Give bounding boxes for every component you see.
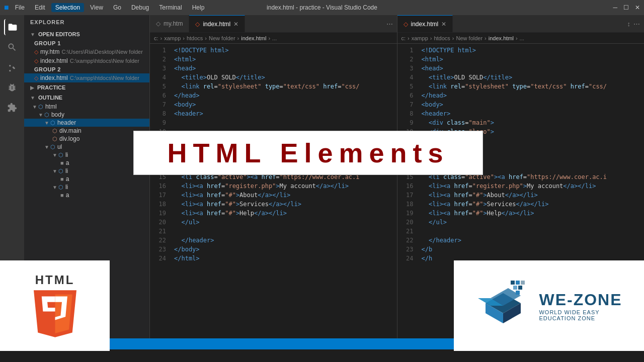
tab-close-left[interactable]: ✕ (233, 21, 238, 28)
menu-selection[interactable]: Selection (51, 3, 84, 12)
tab-close-right[interactable]: ✕ (441, 21, 446, 28)
sync-icon[interactable]: ↻ (635, 341, 640, 347)
file-index-html-g1-path: C:\xampp\htdocs\New folder (70, 58, 139, 64)
right-line-num-4: 4 (397, 73, 414, 82)
outline-section[interactable]: ▼ OUTLINE (24, 93, 149, 103)
index-html-tab-icon: ◇ (195, 21, 200, 28)
outline-li-1-label: li (65, 151, 68, 158)
activity-source-control[interactable] (4, 59, 20, 75)
right-code-line-3: <head> (422, 64, 615, 73)
outline-a-3[interactable]: ■ a (24, 191, 149, 199)
bell-icon[interactable]: 🔔 (622, 341, 629, 347)
outline-html[interactable]: ▼ ⬡ html (24, 103, 149, 111)
activity-debug[interactable] (4, 79, 20, 96)
outline-a-2[interactable]: ■ a (24, 175, 149, 183)
encoding[interactable]: UTF-8 (559, 341, 575, 347)
code-line-19: <li><a href="#">Help</a></li> (174, 209, 368, 218)
right-code-line-21 (422, 227, 615, 236)
app-icon: ■ (4, 3, 9, 12)
line-num-8: 8 (150, 109, 166, 118)
file-index-html-g1[interactable]: ◇ index.html C:\xampp\htdocs\New folder (24, 56, 149, 65)
git-branch-icon[interactable]: ⎇ (4, 340, 12, 348)
code-line-21 (174, 227, 368, 236)
file-my-htm-label: my.htm (40, 48, 59, 55)
right-breadcrumb-index: index.html (489, 35, 514, 41)
practice-section[interactable]: ▶ PRACTICE (24, 82, 149, 93)
right-code-line-22: </header> (422, 236, 615, 245)
outline-header[interactable]: ▼ ⬡ header (24, 119, 149, 127)
cursor-position[interactable]: Ln 1, Col 1 (496, 341, 522, 347)
line-num-4: 4 (150, 73, 166, 82)
outline-li-3[interactable]: ▼ ⬡ li (24, 183, 149, 191)
outline-a-1[interactable]: ■ a (24, 159, 149, 167)
outline-ul[interactable]: ▼ ⬡ ul (24, 143, 149, 151)
file-index-html-g2[interactable]: ◇ index.html C:\xampp\htdocs\New folder (24, 73, 149, 82)
activity-settings[interactable] (4, 318, 20, 334)
menu-edit[interactable]: Edit (31, 3, 49, 12)
maximize-button[interactable]: ☐ (623, 4, 629, 11)
open-editors-section[interactable]: ▼ OPEN EDITORS (24, 29, 149, 39)
right-code-line-11 (422, 136, 615, 145)
right-editor-pane: ◇ index.html ✕ ↕ ⋯ c: › xampp › htdocs (397, 15, 645, 338)
minimize-button[interactable]: ─ (613, 4, 617, 11)
header-node-icon: ⬡ (50, 120, 55, 126)
line-num-13: 13 (150, 154, 166, 163)
file-my-htm[interactable]: ◇ my.htm C:\Users\Ria\Desktop\New folder (24, 47, 149, 56)
chevron-outline: ▼ (30, 95, 35, 101)
right-line-num-7: 7 (397, 100, 414, 109)
line-ending[interactable]: CRLF (581, 341, 595, 347)
menu-help[interactable]: Help (188, 3, 209, 12)
right-sep-5: › (516, 35, 518, 41)
editors-split: ◇ my.htm ◇ index.html ✕ ⋯ c: › (150, 15, 644, 338)
menu-terminal[interactable]: Terminal (155, 3, 186, 12)
code-line-4: <title>OLD SOLD</title> (174, 73, 368, 82)
left-code-content[interactable]: <!DOCTYPE html> <html> <head> <title>OLD… (170, 44, 372, 338)
my-htm-tab-icon: ◇ (156, 20, 160, 27)
activity-explorer[interactable] (4, 19, 20, 35)
right-line-num-5: 5 (397, 82, 414, 91)
right-code-line-19: <li><a href="#">Help</a></li> (422, 209, 615, 218)
outline-a-1-label: a (66, 159, 69, 166)
right-line-num-22: 22 (397, 236, 414, 245)
activity-search[interactable] (4, 39, 20, 55)
tab-index-html-right[interactable]: ◇ index.html ✕ (397, 15, 453, 32)
right-breadcrumb: c: › xampp › htdocs › New folder › index… (397, 33, 645, 44)
line-num-19: 19 (150, 209, 166, 218)
code-line-6: </head> (174, 91, 368, 100)
activity-extensions[interactable] (4, 100, 20, 116)
code-line-7: <body> (174, 100, 368, 109)
right-code-line-14 (422, 163, 615, 172)
outline-li-2[interactable]: ▼ ⬡ li (24, 167, 149, 175)
right-tab-more[interactable]: ⋯ (633, 20, 640, 28)
right-code-editor[interactable]: 1 2 3 4 5 6 7 8 9 10 11 12 13 14 (397, 44, 645, 338)
menu-debug[interactable]: Debug (127, 3, 153, 12)
tab-index-html-left[interactable]: ◇ index.html ✕ (189, 15, 245, 32)
warning-count[interactable]: 🔔 0 (33, 341, 45, 347)
outline-div-logo[interactable]: ⬡ div.logo (24, 135, 149, 143)
tab-more-icon[interactable]: ⋯ (386, 20, 393, 28)
right-tab-actions[interactable]: ↕ (627, 20, 631, 28)
right-code-line-15: <li class="active"><a href="https://www.… (422, 172, 615, 182)
outline-div-main[interactable]: ⬡ div.main (24, 127, 149, 135)
language-mode[interactable]: HTML (601, 341, 616, 347)
html-file-icon-3: ◇ (34, 75, 38, 81)
outline-li-1[interactable]: ▼ ⬡ li (24, 151, 149, 159)
menu-view[interactable]: View (86, 3, 107, 12)
outline-body[interactable]: ▼ ⬡ body (24, 111, 149, 119)
left-code-editor[interactable]: 1 2 3 4 5 6 7 8 9 10 11 12 13 14 (150, 44, 397, 338)
right-code-line-7: <body> (422, 100, 615, 109)
right-code-content[interactable]: <!DOCTYPE html> <html> <head> <title>OLD… (418, 44, 619, 338)
menu-file[interactable]: File (11, 3, 29, 12)
line-num-9: 9 (150, 118, 166, 127)
line-num-17: 17 (150, 191, 166, 200)
line-num-3: 3 (150, 64, 166, 73)
right-tab-bar: ◇ index.html ✕ ↕ ⋯ (397, 15, 645, 33)
menu-go[interactable]: Go (109, 3, 125, 12)
div-logo-node-icon: ⬡ (52, 136, 57, 142)
tab-my-htm[interactable]: ◇ my.htm (150, 15, 189, 32)
error-count[interactable]: ⚠ 0 (18, 341, 27, 347)
close-button[interactable]: ✕ (635, 4, 640, 11)
indentation[interactable]: Spaces: 4 (528, 341, 553, 347)
ul-node-icon: ⬡ (50, 144, 55, 150)
activity-bar (0, 15, 24, 338)
